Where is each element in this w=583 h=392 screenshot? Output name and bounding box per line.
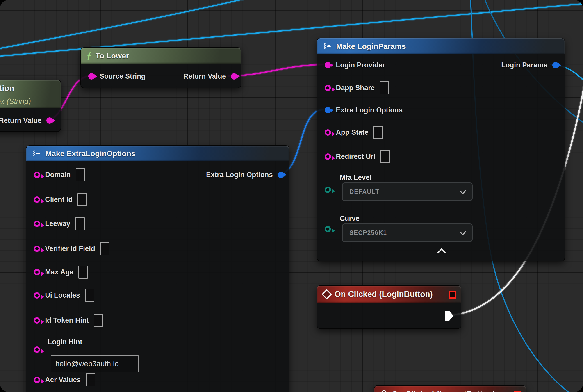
node-partial-getter[interactable]: tion Box (String) Return Value <box>0 80 61 132</box>
function-icon: ƒ <box>87 51 92 60</box>
node-header[interactable]: On Clicked (LoginButton) <box>317 286 461 303</box>
pin-login-hint[interactable] <box>34 346 40 353</box>
pin-app-state[interactable] <box>324 129 331 136</box>
chevron-down-icon <box>460 188 466 194</box>
node-on-clicked-logout-button[interactable]: On Clicked (LogoutButton) <box>374 385 526 392</box>
pin-label: Login Provider <box>336 61 385 69</box>
make-struct-icon <box>32 150 41 157</box>
collapse-node-button[interactable] <box>437 248 446 257</box>
node-header[interactable]: tion Box (String) <box>0 80 60 108</box>
dapp-share-value-input[interactable] <box>380 81 389 94</box>
pin-row-domain: Domain <box>34 170 85 180</box>
node-header[interactable]: Make ExtraLoginOptions <box>26 146 289 161</box>
pin-row-login-params-out: Login Params <box>501 60 559 70</box>
pin-mfa-level[interactable] <box>324 186 331 193</box>
pin-label: Verifier Id Field <box>45 245 95 253</box>
pin-row-ui-locales: Ui Locales <box>34 290 94 300</box>
pin-row-leeway: Leeway <box>34 219 85 229</box>
pin-row-acr-values: Acr Values <box>34 375 95 385</box>
node-make-extra-login-options[interactable]: Make ExtraLoginOptions Domain Extra Logi… <box>26 145 290 392</box>
pin-row-dapp-share: Dapp Share <box>324 83 389 93</box>
client-id-value-input[interactable] <box>78 193 87 206</box>
pin-row-app-state: App State <box>324 128 383 138</box>
pin-client-id[interactable] <box>34 196 40 203</box>
pin-label: Source String <box>100 72 145 80</box>
pin-curve[interactable] <box>324 226 331 232</box>
redirect-url-value-input[interactable] <box>380 150 390 163</box>
node-title: Make LoginParams <box>336 42 406 51</box>
pin-label: Acr Values <box>45 376 81 384</box>
pin-max-age[interactable] <box>34 269 40 275</box>
pin-label: Max Age <box>45 268 74 276</box>
pin-leeway[interactable] <box>34 220 40 227</box>
mfa-level-value: DEFAULT <box>350 188 379 195</box>
pin-label: Id Token Hint <box>45 316 89 324</box>
pin-label: Extra Login Options <box>206 171 273 179</box>
node-to-lower[interactable]: ƒ To Lower Source String Return Value <box>80 47 241 88</box>
pin-row-max-age: Max Age <box>34 267 88 277</box>
login-hint-value-input[interactable]: hello@web3auth.io <box>51 355 139 372</box>
pin-label: Client Id <box>45 196 72 204</box>
pin-row-extra-login-options-in: Extra Login Options <box>324 105 402 115</box>
delegate-pin-icon[interactable] <box>514 391 521 392</box>
pin-return-value[interactable] <box>46 117 53 124</box>
node-make-login-params[interactable]: Make LoginParams Login Provider Login Pa… <box>317 38 565 261</box>
pin-row-redirect-url: Redirect Url <box>324 152 390 162</box>
pin-row-verifier-id-field: Verifier Id Field <box>34 244 110 254</box>
acr-values-value-input[interactable] <box>86 373 95 386</box>
node-on-clicked-login-button[interactable]: On Clicked (LoginButton) <box>317 285 461 329</box>
pin-row-client-id: Client Id <box>34 195 87 204</box>
pin-label: Login Params <box>501 61 548 69</box>
pin-verifier-id-field[interactable] <box>34 246 40 252</box>
node-header[interactable]: Make LoginParams <box>317 38 564 54</box>
domain-value-input[interactable] <box>76 168 85 181</box>
pin-id-token-hint[interactable] <box>34 317 40 324</box>
pin-login-params-out[interactable] <box>552 62 559 68</box>
curve-value: SECP256K1 <box>350 229 387 236</box>
verifier-id-field-value-input[interactable] <box>100 242 110 255</box>
pin-return-value[interactable] <box>231 73 237 80</box>
mfa-level-dropdown[interactable]: DEFAULT <box>342 182 472 201</box>
pin-label: Ui Locales <box>45 291 80 300</box>
pin-acr-values[interactable] <box>34 377 40 383</box>
pin-row-curve <box>324 224 331 234</box>
make-struct-icon <box>323 42 332 50</box>
pin-label: Redirect Url <box>336 152 376 161</box>
mfa-level-label: Mfa Level <box>340 174 372 182</box>
pin-label: Dapp Share <box>336 84 374 92</box>
node-title: tion <box>0 84 14 93</box>
pin-label: Extra Login Options <box>336 106 402 114</box>
leeway-value-input[interactable] <box>75 217 85 230</box>
blueprint-graph-canvas[interactable]: tion Box (String) Return Value ƒ To Lowe… <box>0 0 583 392</box>
pin-row-login-hint <box>34 345 40 354</box>
delegate-pin-icon[interactable] <box>449 291 456 299</box>
node-title: On Clicked (LoginButton) <box>334 290 433 299</box>
pin-ui-locales[interactable] <box>34 292 40 298</box>
pin-row-source-string: Source String <box>88 72 145 81</box>
node-header[interactable]: ƒ To Lower <box>81 48 241 64</box>
pin-label: Domain <box>45 171 71 179</box>
curve-label: Curve <box>340 214 360 222</box>
pin-row-return-value: Return Value <box>0 116 53 126</box>
pin-row-id-token-hint: Id Token Hint <box>34 316 103 325</box>
pin-extra-login-options-out[interactable] <box>278 172 284 178</box>
pin-row-return-value: Return Value <box>183 72 238 81</box>
node-title: To Lower <box>96 51 129 60</box>
id-token-hint-value-input[interactable] <box>94 314 103 327</box>
pin-source-string[interactable] <box>88 73 94 80</box>
pin-redirect-url[interactable] <box>324 154 331 160</box>
pin-dapp-share[interactable] <box>324 85 331 91</box>
pin-row-login-provider: Login Provider <box>324 60 385 70</box>
exec-pin-out[interactable] <box>445 311 454 320</box>
node-subtitle: Box (String) <box>0 97 31 106</box>
ui-locales-value-input[interactable] <box>85 289 94 302</box>
pin-domain[interactable] <box>34 172 40 178</box>
pin-extra-login-options-in[interactable] <box>324 107 331 113</box>
max-age-value-input[interactable] <box>78 266 88 279</box>
curve-dropdown[interactable]: SECP256K1 <box>342 224 472 242</box>
node-title: On Clicked (LogoutButton) <box>392 390 495 392</box>
event-diamond-icon <box>379 389 389 392</box>
node-header[interactable]: On Clicked (LogoutButton) <box>374 386 526 392</box>
app-state-value-input[interactable] <box>374 126 383 139</box>
pin-login-provider[interactable] <box>324 62 331 68</box>
